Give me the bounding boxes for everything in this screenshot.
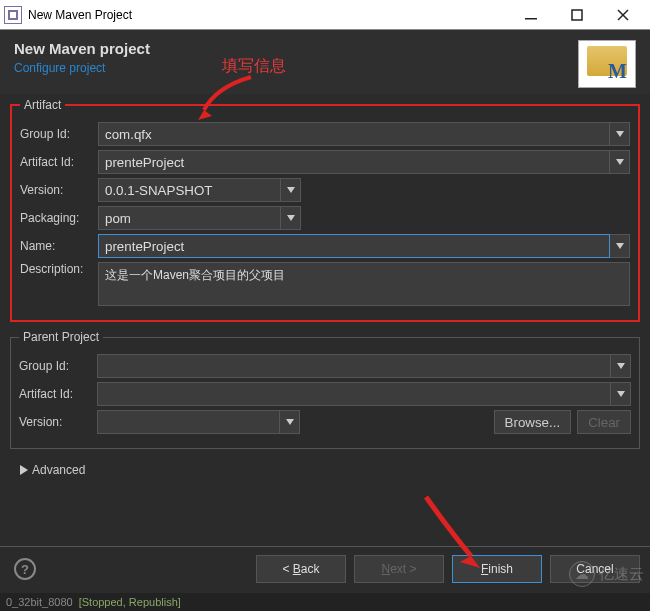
chevron-right-icon: [20, 465, 28, 475]
browse-button[interactable]: Browse...: [494, 410, 572, 434]
version-label: Version:: [20, 183, 98, 197]
svg-marker-10: [617, 363, 625, 369]
svg-marker-13: [20, 465, 28, 475]
advanced-label: Advanced: [32, 463, 85, 477]
description-label: Description:: [20, 262, 98, 276]
packaging-label: Packaging:: [20, 211, 98, 225]
artifact-id-label: Artifact Id:: [20, 155, 98, 169]
svg-marker-8: [287, 215, 295, 221]
clear-button[interactable]: Clear: [577, 410, 631, 434]
packaging-input[interactable]: [98, 206, 281, 230]
parent-artifact-id-label: Artifact Id:: [19, 387, 97, 401]
help-button[interactable]: ?: [14, 558, 36, 580]
status-bar: 0_32bit_8080 [Stopped, Republish]: [0, 593, 650, 611]
parent-artifact-id-dropdown[interactable]: [611, 382, 631, 406]
artifact-id-input[interactable]: [98, 150, 610, 174]
parent-version-dropdown[interactable]: [280, 410, 300, 434]
group-id-dropdown[interactable]: [610, 122, 630, 146]
svg-rect-0: [525, 18, 537, 20]
artifact-legend: Artifact: [20, 98, 65, 112]
name-label: Name:: [20, 239, 98, 253]
parent-group-id-dropdown[interactable]: [611, 354, 631, 378]
parent-project-fieldset: Parent Project Group Id: Artifact Id: Ve…: [10, 330, 640, 449]
back-button[interactable]: < Back: [256, 555, 346, 583]
parent-group-id-input[interactable]: [97, 354, 611, 378]
cancel-button[interactable]: Cancel: [550, 555, 640, 583]
artifact-id-dropdown[interactable]: [610, 150, 630, 174]
group-id-label: Group Id:: [20, 127, 98, 141]
status-port: 0_32bit_8080: [6, 596, 73, 608]
version-input[interactable]: [98, 178, 281, 202]
name-dropdown[interactable]: [610, 234, 630, 258]
window-title: New Maven Project: [28, 8, 508, 22]
wizard-header: New Maven project Configure project M: [0, 30, 650, 94]
maven-logo: M: [578, 40, 636, 88]
configure-project-link[interactable]: Configure project: [14, 61, 150, 75]
parent-version-label: Version:: [19, 415, 97, 429]
packaging-dropdown[interactable]: [281, 206, 301, 230]
svg-marker-9: [616, 243, 624, 249]
svg-rect-1: [572, 10, 582, 20]
minimize-button[interactable]: [508, 1, 554, 29]
group-id-input[interactable]: [98, 122, 610, 146]
svg-marker-11: [617, 391, 625, 397]
advanced-toggle[interactable]: Advanced: [10, 457, 640, 483]
svg-marker-6: [616, 159, 624, 165]
close-button[interactable]: [600, 1, 646, 29]
parent-artifact-id-input[interactable]: [97, 382, 611, 406]
parent-group-id-label: Group Id:: [19, 359, 97, 373]
svg-marker-5: [616, 131, 624, 137]
status-server: [Stopped, Republish]: [79, 596, 181, 608]
name-input[interactable]: [98, 234, 610, 258]
app-icon: [4, 6, 22, 24]
button-bar: ? < Back Next > Finish Cancel: [0, 546, 650, 591]
parent-version-input[interactable]: [97, 410, 280, 434]
svg-marker-12: [286, 419, 294, 425]
artifact-fieldset: Artifact Group Id: Artifact Id: Version:: [10, 98, 640, 322]
page-title: New Maven project: [14, 40, 150, 57]
parent-legend: Parent Project: [19, 330, 103, 344]
maximize-button[interactable]: [554, 1, 600, 29]
next-button[interactable]: Next >: [354, 555, 444, 583]
description-input[interactable]: [98, 262, 630, 306]
version-dropdown[interactable]: [281, 178, 301, 202]
svg-marker-7: [287, 187, 295, 193]
finish-button[interactable]: Finish: [452, 555, 542, 583]
titlebar: New Maven Project: [0, 0, 650, 30]
